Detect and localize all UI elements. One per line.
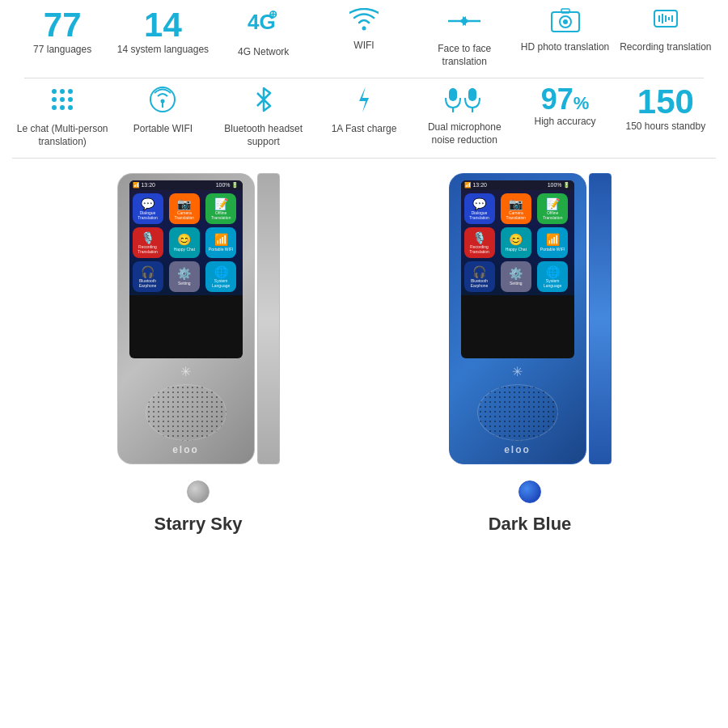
apps-grid-gray: 💬 Dialogue Translation 📷 Camera Translat…: [129, 190, 243, 295]
feature-accuracy: 97% High accuracy: [517, 85, 614, 129]
device-bottom-blue: ✳ eloo: [450, 358, 586, 463]
feature-wifi: WIFI: [315, 8, 413, 53]
portable-wifi-icon: [148, 85, 177, 118]
screen-status-bar-blue: 📶 13:20 100% 🔋: [461, 180, 574, 190]
feature-14-icon: 14: [144, 8, 182, 42]
color-dot-gray: [187, 480, 210, 503]
feature-bluetooth: Bluetooth headset support: [215, 85, 312, 148]
svg-rect-8: [561, 9, 569, 13]
hd-photo-icon: [551, 8, 580, 36]
app-bluetooth[interactable]: 🎧 Bluetooth Earphone: [133, 261, 163, 292]
feature-77-languages: 77 77 languages: [14, 8, 111, 57]
device-starry-sky-screen: 📶 13:20 100% 🔋 💬 Dialogue Translation 📷 …: [129, 180, 243, 358]
feature-portable-wifi-label: Portable WIFI: [133, 123, 193, 136]
feature-standby-label: 150 hours standby: [625, 121, 705, 133]
feature-face-translation: Face to face translation: [416, 8, 513, 68]
fast-charge-icon: [354, 85, 374, 118]
brand-gray: eloo: [172, 444, 199, 455]
svg-rect-30: [449, 88, 457, 101]
app-camera-blue[interactable]: 📷 Camera Translation: [501, 193, 531, 224]
feature-fast-charge: 1A Fast charge: [315, 85, 413, 136]
products-section: 📶 13:20 100% 🔋 💬 Dialogue Translation 📷 …: [0, 165, 728, 543]
app-happy-chat[interactable]: 😊 Happy Chat: [169, 227, 200, 258]
svg-point-20: [52, 97, 57, 102]
feature-recording-label: Recording translation: [620, 41, 711, 54]
feature-dual-mic: Dual microphone noise reduction: [416, 85, 513, 146]
svg-point-10: [563, 19, 568, 24]
app-language[interactable]: 🌐 System Language: [205, 261, 236, 292]
feature-accuracy-icon: 97%: [541, 85, 590, 114]
feature-hd-photo-label: HD photo translation: [521, 41, 609, 54]
device-bottom-gray: ✳ eloo: [118, 358, 254, 463]
feature-standby: 150 150 hours standby: [617, 85, 714, 133]
bluetooth-icon: [254, 85, 273, 118]
app-setting[interactable]: ⚙️ Setting: [169, 261, 200, 292]
4g-icon: 4G ⊕: [248, 8, 280, 41]
app-recording-blue[interactable]: 🎙️ Recording Translation: [464, 227, 495, 258]
face-translation-icon: [447, 8, 482, 38]
recording-icon: [651, 8, 680, 36]
speaker-grille-blue: [477, 384, 558, 441]
svg-point-19: [68, 89, 73, 94]
screen-status-bar-gray: 📶 13:20 100% 🔋: [129, 180, 243, 190]
features-row-2: Le chat (Multi-person translation) Porta…: [12, 85, 716, 148]
app-portable-wifi[interactable]: 📶 Portable WIFI: [205, 227, 236, 258]
app-bluetooth-blue[interactable]: 🎧 Bluetooth Earphone: [464, 261, 495, 292]
feature-14-label: 14 system languages: [117, 44, 209, 57]
app-language-blue[interactable]: 🌐 System Language: [537, 261, 568, 292]
svg-marker-29: [359, 87, 369, 112]
svg-point-24: [60, 105, 65, 110]
device-side-gray: [257, 173, 280, 464]
svg-point-21: [60, 97, 65, 102]
device-dark-blue-main: 📶 13:20 100% 🔋 💬 Dialogue Translation 📷 …: [449, 173, 586, 464]
device-side-blue: [589, 173, 612, 464]
svg-text:⊕: ⊕: [269, 8, 277, 20]
apps-grid-blue: 💬 Dialogue Translation 📷 Camera Translat…: [461, 190, 574, 295]
feature-bluetooth-label: Bluetooth headset support: [215, 123, 312, 148]
sun-icon-blue: ✳: [512, 364, 523, 379]
feature-14-languages: 14 14 system languages: [114, 8, 211, 57]
feature-4g: 4G ⊕ 4G Network: [215, 8, 312, 59]
svg-point-23: [52, 105, 57, 110]
color-dot-gray-container: [187, 480, 210, 503]
dual-mic-icon: [444, 85, 485, 116]
app-offline-blue[interactable]: 📝 Offline Translation: [537, 193, 568, 224]
app-recording[interactable]: 🎙️ Recording Translation: [133, 227, 163, 258]
feature-dual-mic-label: Dual microphone noise reduction: [416, 121, 513, 146]
app-setting-blue[interactable]: ⚙️ Setting: [501, 261, 531, 292]
app-dialogue[interactable]: 💬 Dialogue Translation: [133, 193, 163, 224]
color-dot-blue-container: [518, 480, 541, 503]
feature-portable-wifi: Portable WIFI: [114, 85, 211, 136]
device-dark-blue-container: 📶 13:20 100% 🔋 💬 Dialogue Translation 📷 …: [449, 173, 612, 464]
feature-standby-icon: 150: [637, 85, 694, 119]
app-happy-chat-blue[interactable]: 😊 Happy Chat: [501, 227, 531, 258]
svg-point-2: [362, 27, 366, 31]
app-portable-wifi-blue[interactable]: 📶 Portable WIFI: [537, 227, 568, 258]
sun-icon-gray: ✳: [180, 364, 191, 379]
feature-wifi-label: WIFI: [353, 40, 374, 53]
app-camera[interactable]: 📷 Camera Translation: [169, 193, 200, 224]
feature-77-icon: 77: [44, 8, 82, 42]
app-dialogue-blue[interactable]: 💬 Dialogue Translation: [464, 193, 495, 224]
device-starry-sky-main: 📶 13:20 100% 🔋 💬 Dialogue Translation 📷 …: [117, 173, 255, 464]
le-chat-icon: [48, 85, 77, 118]
features-section: 77 77 languages 14 14 system languages 4…: [0, 0, 728, 151]
app-offline[interactable]: 📝 Offline Translation: [205, 193, 236, 224]
device-starry-sky-container: 📶 13:20 100% 🔋 💬 Dialogue Translation 📷 …: [117, 173, 280, 464]
feature-4g-label: 4G Network: [238, 46, 289, 59]
feature-recording: Recording translation: [617, 8, 714, 54]
divider-1: [24, 78, 704, 78]
color-dot-blue: [518, 480, 541, 503]
product-name-dark-blue: Dark Blue: [489, 514, 572, 535]
svg-point-27: [161, 99, 165, 104]
feature-le-chat-label: Le chat (Multi-person translation): [14, 123, 111, 148]
svg-point-17: [52, 89, 57, 94]
product-starry-sky: 📶 13:20 100% 🔋 💬 Dialogue Translation 📷 …: [44, 173, 352, 535]
feature-fast-charge-label: 1A Fast charge: [332, 123, 397, 136]
feature-accuracy-label: High accuracy: [535, 116, 596, 129]
product-name-starry-sky: Starry Sky: [154, 514, 243, 535]
device-dark-blue-screen: 📶 13:20 100% 🔋 💬 Dialogue Translation 📷 …: [461, 180, 574, 358]
feature-le-chat: Le chat (Multi-person translation): [14, 85, 111, 148]
wifi-icon: [349, 8, 379, 35]
features-row-1: 77 77 languages 14 14 system languages 4…: [12, 8, 716, 68]
